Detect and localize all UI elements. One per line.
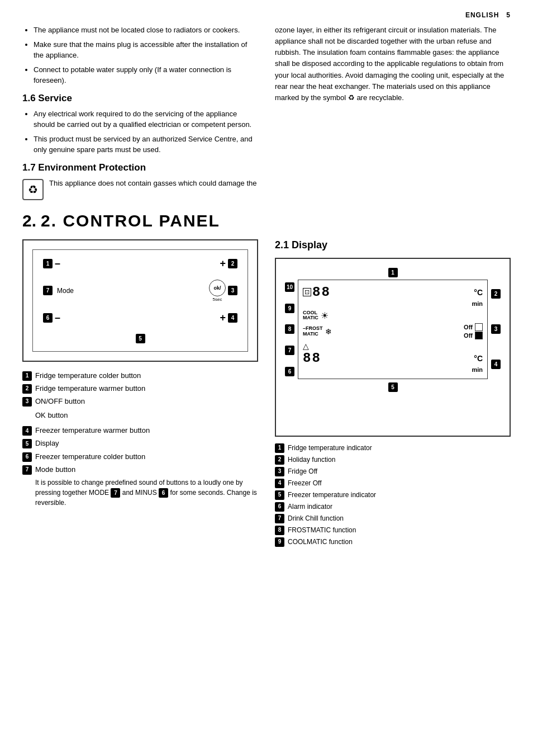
service-bullet-1: Any electrical work required to do the s…: [34, 108, 258, 130]
badge-5: 5: [136, 334, 145, 343]
fridge-display-row: ⊡ 88 °C: [303, 286, 483, 299]
disp-left-badges: 10 9 8 7 6: [285, 280, 298, 380]
legend-text-2: Fridge temperature warmer button: [35, 384, 145, 394]
panel-row-2: 7 Mode ok/ 5sec 3: [43, 280, 237, 302]
disp-badge-9: 9: [285, 304, 294, 313]
legend-item-3b: OK button: [22, 409, 258, 423]
legend-badge-5: 5: [22, 439, 32, 448]
section-16-heading: 1.6 Service: [22, 93, 258, 104]
legend-item-5: 5 Display: [22, 438, 258, 448]
disp-center-box: ⊡ 88 °C min COOLMATIC ☀: [298, 280, 488, 380]
fridge-unit: °C: [474, 288, 483, 297]
panel-diagram: 1 – + 2 7 Mode: [22, 239, 258, 362]
disp-legend-badge-8: 8: [275, 526, 284, 535]
freezer-display-row: 88 °C: [303, 352, 483, 365]
disp-badge-8: 8: [285, 324, 294, 334]
fridge-min: min: [303, 300, 483, 307]
disp-legend-5: 5 Freezer temperature indicator: [275, 490, 511, 500]
disp-legend-1: 1 Fridge temperature indicator: [275, 443, 511, 453]
mode-badge-inline: 7: [111, 488, 120, 498]
legend-badge-6: 6: [22, 452, 32, 462]
bullet-2: Make sure that the mains plug is accessi…: [34, 39, 258, 61]
disp-legend-3: 3 Fridge Off: [275, 467, 511, 476]
disp-legend-text-1: Fridge temperature indicator: [288, 443, 372, 453]
fridge-icon: ⊡: [303, 288, 311, 296]
env-protection-box: ♻ This appliance does not contain gasses…: [22, 178, 258, 200]
disp-legend-text-6: Alarm indicator: [288, 502, 332, 512]
disp-legend-text-4: Freezer Off: [288, 479, 321, 488]
panel-inner: 1 – + 2 7 Mode: [32, 249, 248, 352]
ok-button: ok/ 5sec: [209, 280, 226, 302]
disp-legend-7: 7 Drink Chill function: [275, 514, 511, 523]
disp-legend-badge-5: 5: [275, 490, 284, 500]
env-text: This appliance does not contain gasses w…: [49, 178, 256, 189]
disp-badge-10: 10: [285, 282, 294, 292]
disp-legend-text-2: Holiday function: [288, 455, 335, 465]
legend-badge-1: 1: [22, 371, 32, 381]
language-label: ENGLISH: [465, 11, 499, 19]
disp-legend-badge-2: 2: [275, 455, 284, 465]
alarm-triangle-icon: △: [303, 342, 309, 351]
service-bullet-list: Any electrical work required to do the s…: [22, 108, 258, 155]
off-row-1: Off: [464, 323, 483, 331]
page-number: 5: [506, 11, 511, 19]
service-bullet-2: This product must be serviced by an auth…: [34, 134, 258, 155]
coolmatic-icon: ☀: [321, 310, 329, 321]
off-square-1: [475, 323, 483, 331]
disp-badge-top-1: 1: [388, 268, 398, 277]
right-column: ozone layer, in either its refrigerant c…: [275, 25, 511, 200]
legend-badge-3: 3: [22, 397, 32, 407]
legend-item-4: 4 Freezer temperature warmer button: [22, 426, 258, 436]
cp-num: 2.: [22, 211, 36, 230]
disp-legend-text-9: COOLMATIC function: [288, 537, 353, 547]
freezer-unit: °C: [474, 354, 483, 363]
disp-legend-text-8: FROSTMATIC function: [288, 526, 356, 535]
disp-badge-4: 4: [491, 360, 501, 369]
disp-badge-7: 7: [285, 346, 294, 355]
disp-legend-badge-7: 7: [275, 514, 284, 523]
freezer-seg: 88: [303, 352, 321, 365]
legend-item-6: 6 Freezer temperature colder button: [22, 452, 258, 462]
display-section-title: 2.1 Display: [275, 239, 511, 251]
panel-row-3: 6 – + 4: [43, 312, 237, 324]
display-legend-list: 1 Fridge temperature indicator 2 Holiday…: [275, 443, 511, 547]
cp-label: 2. CONTROL PANEL: [41, 211, 220, 230]
badge-4: 4: [228, 313, 237, 323]
coolmatic-text: COOLMATIC: [303, 310, 318, 322]
disp-legend-text-5: Freezer temperature indicator: [288, 490, 376, 500]
frostmatic-row: –FROSTMATIC ❄ Off Off: [303, 323, 483, 339]
cp-legend-list: 1 Fridge temperature colder button 2 Fri…: [22, 371, 258, 475]
drink-chill-row: △: [303, 342, 483, 351]
disp-legend-badge-3: 3: [275, 467, 284, 476]
intro-section: The appliance must not be located close …: [22, 25, 511, 200]
disp-legend-8: 8 FROSTMATIC function: [275, 526, 511, 535]
top-bullet-list: The appliance must not be located close …: [22, 25, 258, 86]
disp-legend-6: 6 Alarm indicator: [275, 502, 511, 512]
disp-legend-badge-1: 1: [275, 443, 284, 453]
bullet-1: The appliance must not be located close …: [34, 25, 258, 36]
minus-top: –: [55, 258, 60, 270]
badge-1: 1: [43, 259, 53, 268]
disp-layout: 10 9 8 7 6 ⊡ 88: [285, 280, 501, 380]
off-square-2: [475, 332, 483, 339]
disp-right-badges: 2 3 4: [488, 280, 501, 380]
recycle-icon: ♻: [22, 179, 44, 200]
badge-2: 2: [228, 259, 237, 268]
legend-text-3: ON/OFF button: [35, 396, 85, 407]
page-header: ENGLISH 5: [22, 11, 511, 19]
legend-badge-2: 2: [22, 384, 32, 394]
disp-legend-badge-9: 9: [275, 537, 284, 547]
legend-item-1: 1 Fridge temperature colder button: [22, 371, 258, 381]
section-17-heading: 1.7 Environment Protection: [22, 162, 258, 173]
minus-bottom: –: [55, 312, 60, 324]
bullet-3: Connect to potable water supply only (If…: [34, 64, 258, 86]
control-panel-title: 2. 2. CONTROL PANEL: [22, 211, 511, 230]
disp-badge-3: 3: [491, 324, 501, 334]
freezer-min: min: [303, 366, 483, 373]
right-col-text: ozone layer, in either its refrigerant c…: [275, 25, 511, 103]
badge-7: 7: [43, 286, 53, 295]
panel-left: 1 – + 2 7 Mode: [22, 239, 258, 549]
disp-legend-4: 4 Freezer Off: [275, 479, 511, 488]
legend-text-7: Mode button: [35, 465, 75, 475]
legend-text-1: Fridge temperature colder button: [35, 371, 141, 381]
